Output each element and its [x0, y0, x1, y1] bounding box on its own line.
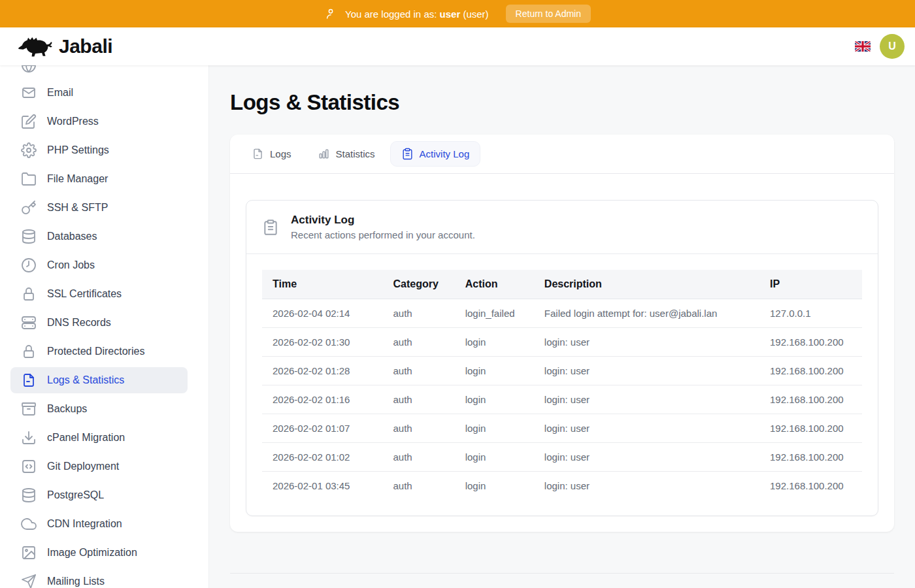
cell-category: auth [383, 299, 455, 328]
sidebar-item-ssh-sftp[interactable]: SSH & SFTP [10, 195, 188, 221]
sidebar-item-image-optimization[interactable]: Image Optimization [10, 540, 188, 566]
cell-action: login [455, 357, 534, 385]
sidebar-item-label: SSL Certificates [47, 288, 122, 300]
cell-category: auth [383, 443, 455, 472]
sidebar-item-label: WordPress [47, 116, 99, 127]
column-header-ip: IP [759, 270, 862, 299]
cell-description: login: user [534, 443, 759, 472]
image-icon [21, 545, 37, 561]
tab-logs[interactable]: Logs [241, 141, 303, 167]
gear-icon [21, 142, 37, 158]
login-prefix: You are logged in as: [345, 8, 437, 20]
code-icon [21, 459, 37, 474]
cell-action: login [455, 385, 534, 414]
cell-action: login [455, 328, 534, 357]
tab-statistics[interactable]: Statistics [307, 141, 386, 167]
column-header-time: Time [262, 270, 383, 299]
cell-action: login [455, 443, 534, 472]
sidebar-item-cpanel-migration[interactable]: cPanel Migration [10, 425, 188, 451]
tab-label: Activity Log [420, 148, 470, 159]
tab-bar: LogsStatisticsActivity Log [230, 135, 894, 174]
cell-description: login: user [534, 357, 759, 385]
sidebar-item-cdn-integration[interactable]: CDN Integration [10, 511, 188, 537]
edit-icon [21, 114, 37, 129]
server-icon [21, 315, 37, 331]
cell-ip: 127.0.0.1 [759, 299, 862, 328]
login-status-text: You are logged in as: user (user) [345, 8, 489, 20]
cell-category: auth [383, 472, 455, 500]
cell-description: login: user [534, 328, 759, 357]
cell-ip: 192.168.100.200 [759, 414, 862, 443]
cell-description: Failed login attempt for: user@jabali.la… [534, 299, 759, 328]
table-row: 2026-02-02 01:02authloginlogin: user192.… [262, 443, 862, 472]
activity-log-card: Activity Log Recent actions performed in… [246, 200, 878, 516]
table-row: 2026-02-02 01:28authloginlogin: user192.… [262, 357, 862, 385]
file-icon [252, 148, 264, 160]
table-row: 2026-02-02 01:30authloginlogin: user192.… [262, 328, 862, 357]
logs-statistics-card: LogsStatisticsActivity Log Activity Log … [230, 135, 894, 532]
sidebar-item-file-manager[interactable]: File Manager [10, 166, 188, 192]
tab-activity-log[interactable]: Activity Log [390, 141, 481, 167]
tab-label: Statistics [336, 148, 375, 159]
cell-action: login [455, 472, 534, 500]
footer-divider [230, 573, 894, 584]
sidebar-item-php-settings[interactable]: PHP Settings [10, 137, 188, 163]
sidebar-item-label: PostgreSQL [47, 489, 104, 501]
activity-log-card-titles: Activity Log Recent actions performed in… [291, 214, 475, 240]
cell-time: 2026-02-02 01:16 [262, 385, 383, 414]
sidebar-item-backups[interactable]: Backups [10, 396, 188, 422]
sidebar-item-label: PHP Settings [47, 144, 109, 156]
cell-description: login: user [534, 472, 759, 500]
sidebar-item-label: Databases [47, 231, 97, 242]
table-row: 2026-02-02 01:16authloginlogin: user192.… [262, 385, 862, 414]
sidebar-item-ssl-certificates[interactable]: SSL Certificates [10, 281, 188, 307]
database-icon [21, 487, 37, 503]
cell-ip: 192.168.100.200 [759, 472, 862, 500]
table-row: 2026-02-01 03:45authloginlogin: user192.… [262, 472, 862, 500]
sidebar-item-cron-jobs[interactable]: Cron Jobs [10, 252, 188, 278]
download-icon [21, 430, 37, 446]
sidebar-item-label: Cron Jobs [47, 259, 95, 271]
file-text-icon [21, 372, 37, 388]
brand-logo[interactable]: Jabali [17, 33, 112, 60]
sidebar-item-label: Mailing Lists [47, 576, 105, 587]
database-icon [21, 229, 37, 244]
sidebar-item-label: DNS Records [47, 317, 111, 329]
user-avatar[interactable]: U [880, 34, 905, 59]
lock-icon [21, 286, 37, 302]
clipboard-icon [262, 219, 279, 236]
sidebar-item-postgresql[interactable]: PostgreSQL [10, 482, 188, 508]
return-to-admin-button[interactable]: Return to Admin [506, 5, 591, 23]
sidebar-item-label: File Manager [47, 173, 108, 185]
sidebar-item-label: cPanel Migration [47, 432, 125, 444]
person-icon [324, 7, 337, 20]
cell-time: 2026-02-02 01:30 [262, 328, 383, 357]
sidebar-item-databases[interactable]: Databases [10, 223, 188, 250]
column-header-category: Category [383, 270, 455, 299]
cell-category: auth [383, 414, 455, 443]
send-icon [21, 574, 37, 588]
sidebar-item-label: Protected Directories [47, 346, 144, 357]
cell-time: 2026-02-02 01:28 [262, 357, 383, 385]
sidebar-item-logs-statistics[interactable]: Logs & Statistics [10, 367, 188, 393]
cell-time: 2026-02-02 01:07 [262, 414, 383, 443]
cell-category: auth [383, 357, 455, 385]
activity-table: TimeCategoryActionDescriptionIP2026-02-0… [262, 270, 862, 500]
sidebar-item-wordpress[interactable]: WordPress [10, 108, 188, 135]
cell-time: 2026-02-04 02:14 [262, 299, 383, 328]
cloud-icon [21, 516, 37, 532]
uk-flag-icon[interactable] [855, 41, 871, 52]
bar-chart-icon [318, 148, 330, 160]
sidebar-item-protected-directories[interactable]: Protected Directories [10, 338, 188, 365]
sidebar-item-email[interactable]: Email [10, 80, 188, 106]
table-row: 2026-02-04 02:14authlogin_failedFailed l… [262, 299, 862, 328]
sidebar-item-dns-records[interactable]: DNS Records [10, 310, 188, 336]
cell-action: login_failed [455, 299, 534, 328]
sidebar-item-mailing-lists[interactable]: Mailing Lists [10, 568, 188, 588]
sidebar-item-list: EmailWordPressPHP SettingsFile ManagerSS… [0, 80, 208, 588]
cell-time: 2026-02-02 01:02 [262, 443, 383, 472]
page-title: Logs & Statistics [230, 90, 894, 115]
archive-icon [21, 401, 37, 417]
cell-action: login [455, 414, 534, 443]
sidebar-item-git-deployment[interactable]: Git Deployment [10, 453, 188, 480]
